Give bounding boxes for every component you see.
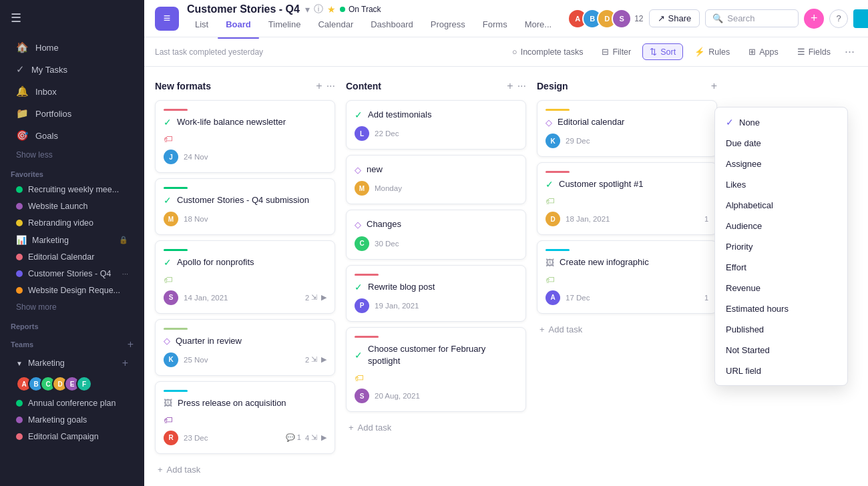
tab-calendar[interactable]: Calendar bbox=[310, 15, 361, 33]
badge-link: ▶ bbox=[321, 355, 327, 364]
lock-icon: 🔒 bbox=[119, 236, 128, 244]
filter-icon: ⊟ bbox=[602, 47, 609, 57]
card-quarter-review[interactable]: ◇ Quarter in review K 25 Nov 2 ⇲ ▶ bbox=[155, 319, 335, 376]
marketing-team-item[interactable]: ▼ Marketing + bbox=[5, 354, 139, 373]
incomplete-tasks-button[interactable]: ○ Incomplete tasks bbox=[505, 44, 590, 60]
star-icon[interactable]: ★ bbox=[327, 4, 336, 15]
sort-button[interactable]: ⇅ Sort bbox=[642, 43, 683, 60]
sort-option-due-date[interactable]: Due date bbox=[715, 133, 847, 154]
more-options-icon[interactable]: ··· bbox=[842, 45, 857, 59]
add-button[interactable]: + bbox=[804, 9, 824, 29]
sidebar-item-recruiting[interactable]: Recruiting weekly mee... bbox=[5, 182, 139, 198]
column-header: Design + bbox=[537, 77, 717, 95]
sort-option-likes[interactable]: Likes bbox=[715, 174, 847, 195]
card-changes[interactable]: ◇ Changes C 30 Dec bbox=[346, 210, 526, 259]
column-more-icon[interactable]: ··· bbox=[327, 80, 335, 92]
team-projects: Annual conference plan Marketing goals E… bbox=[0, 395, 144, 451]
add-task-button-design[interactable]: + Add task bbox=[537, 319, 717, 340]
tab-progress[interactable]: Progress bbox=[423, 15, 473, 33]
card-editorial-calendar[interactable]: ◇ Editorial calendar K 29 Dec bbox=[537, 100, 717, 157]
subtask-icon: ⇲ bbox=[311, 355, 317, 364]
more-icon[interactable]: ··· bbox=[122, 270, 128, 278]
tab-list[interactable]: List bbox=[187, 15, 216, 33]
card-user-date: S 20 Aug, 2021 bbox=[355, 389, 517, 403]
sidebar-item-my-tasks[interactable]: ✓ My Tasks bbox=[5, 59, 139, 80]
sort-option-not-started[interactable]: Not Started bbox=[715, 340, 847, 360]
card-date: 18 Jan, 2021 bbox=[566, 215, 610, 223]
sort-option-revenue[interactable]: Revenue bbox=[715, 278, 847, 298]
card-bar bbox=[164, 390, 188, 392]
add-column-icon[interactable]: + bbox=[711, 80, 717, 92]
tab-more[interactable]: More... bbox=[517, 15, 560, 33]
sidebar-item-home[interactable]: 🏠 Home bbox=[5, 37, 139, 58]
card-customer-spotlight[interactable]: ✓ Customer spotlight #1 🏷 D 18 Jan, 2021… bbox=[537, 162, 717, 235]
sort-option-alphabetical[interactable]: Alphabetical bbox=[715, 195, 847, 216]
card-customer-stories-q4[interactable]: ✓ Customer Stories - Q4 submission M 18 … bbox=[155, 178, 335, 235]
sort-option-url-field[interactable]: URL field bbox=[715, 360, 847, 381]
sidebar-item-marketing-goals[interactable]: Marketing goals bbox=[5, 412, 139, 428]
sidebar-item-annual-conference[interactable]: Annual conference plan bbox=[5, 395, 139, 411]
sidebar-item-goals[interactable]: 🎯 Goals bbox=[5, 125, 139, 146]
sort-option-assignee[interactable]: Assignee bbox=[715, 154, 847, 174]
sort-option-priority[interactable]: Priority bbox=[715, 236, 847, 257]
apps-button[interactable]: ⊞ Apps bbox=[741, 43, 786, 60]
card-choose-customer[interactable]: ✓ Choose customer for February spotlight… bbox=[346, 327, 526, 412]
add-task-button-content[interactable]: + Add task bbox=[346, 417, 526, 438]
sort-option-estimated-hours[interactable]: Estimated hours bbox=[715, 298, 847, 319]
sort-option-published[interactable]: Published bbox=[715, 319, 847, 340]
chevron-down-icon[interactable]: ▾ bbox=[305, 4, 310, 15]
sort-option-effort[interactable]: Effort bbox=[715, 257, 847, 278]
sidebar-item-portfolios[interactable]: 📁 Portfolios bbox=[5, 103, 139, 124]
card-meta: ✓ Choose customer for February spotlight bbox=[355, 343, 517, 367]
fields-button[interactable]: ☰ Fields bbox=[790, 43, 838, 60]
add-column-icon[interactable]: + bbox=[507, 80, 513, 92]
info-icon[interactable]: ⓘ bbox=[314, 3, 323, 15]
column-more-icon[interactable]: ··· bbox=[517, 80, 526, 92]
card-apollo[interactable]: ✓ Apollo for nonprofits 🏷 S 14 Jan, 2021… bbox=[155, 240, 335, 313]
card-new[interactable]: ◇ new M Monday bbox=[346, 155, 526, 204]
card-press-release[interactable]: 🖼 Press release on acquisition 🏷 R 23 De… bbox=[155, 381, 335, 454]
add-task-button-new-formats[interactable]: + Add task bbox=[155, 459, 335, 480]
sidebar-item-customer-stories[interactable]: Customer Stories - Q4 ··· bbox=[5, 266, 139, 282]
help-button[interactable]: ? bbox=[829, 9, 848, 28]
sort-option-audience[interactable]: Audience bbox=[715, 216, 847, 236]
tag-icon: 🏷 bbox=[546, 196, 555, 206]
project-label: Annual conference plan bbox=[28, 399, 116, 408]
sidebar-item-rebranding[interactable]: Rebranding video bbox=[5, 215, 139, 231]
card-title: Editorial calendar bbox=[558, 116, 624, 128]
card-bar bbox=[355, 274, 379, 276]
sidebar-item-website-design[interactable]: Website Design Reque... bbox=[5, 282, 139, 298]
team-label: Marketing bbox=[28, 358, 65, 368]
filter-button[interactable]: ⊟ Filter bbox=[594, 43, 638, 60]
card-work-life[interactable]: ✓ Work-life balance newsletter 🏷 J 24 No… bbox=[155, 100, 335, 173]
hamburger-icon[interactable]: ☰ bbox=[8, 8, 24, 28]
tab-board[interactable]: Board bbox=[218, 15, 259, 33]
add-column-icon[interactable]: + bbox=[316, 80, 322, 92]
show-less-link[interactable]: Show less bbox=[5, 148, 139, 162]
card-create-infographic[interactable]: 🖼 Create new infographic 🏷 A 17 Dec 1 bbox=[537, 240, 717, 313]
sidebar-item-inbox[interactable]: 🔔 Inbox bbox=[5, 81, 139, 102]
share-button[interactable]: ↗ Share bbox=[649, 9, 700, 27]
subbar-right: ○ Incomplete tasks ⊟ Filter ⇅ Sort ⚡ Rul… bbox=[505, 43, 857, 60]
card-add-testimonials[interactable]: ✓ Add testimonials L 22 Dec bbox=[346, 100, 526, 150]
column-title: Design bbox=[537, 81, 707, 91]
column-header: New formats + ··· bbox=[155, 77, 335, 95]
tab-dashboard[interactable]: Dashboard bbox=[363, 15, 421, 33]
tab-forms[interactable]: Forms bbox=[475, 15, 515, 33]
sidebar-item-marketing[interactable]: 📊 Marketing 🔒 bbox=[5, 232, 139, 248]
badge-link: ▶ bbox=[321, 293, 327, 302]
card-rewrite-blog[interactable]: ✓ Rewrite blog post P 19 Jan, 2021 bbox=[346, 265, 526, 322]
topbar-nav: List Board Timeline Calendar Dashboard P… bbox=[187, 15, 560, 33]
title-area: Customer Stories - Q4 ▾ ⓘ ★ On Track Lis… bbox=[187, 3, 560, 33]
sidebar-item-editorial[interactable]: Editorial Calendar bbox=[5, 249, 139, 265]
search-bar[interactable]: 🔍 Search bbox=[705, 9, 799, 27]
sidebar-item-website-launch[interactable]: Website Launch bbox=[5, 198, 139, 214]
add-team-button[interactable]: + bbox=[128, 338, 134, 350]
sidebar-item-editorial-campaign[interactable]: Editorial Campaign bbox=[5, 429, 139, 445]
sort-option-none[interactable]: ✓ None bbox=[715, 111, 847, 133]
add-project-button[interactable]: + bbox=[122, 357, 128, 369]
tab-timeline[interactable]: Timeline bbox=[260, 15, 309, 33]
rules-button[interactable]: ⚡ Rules bbox=[687, 43, 737, 60]
show-more-link[interactable]: Show more bbox=[5, 300, 139, 314]
column-title: Content bbox=[346, 81, 503, 91]
